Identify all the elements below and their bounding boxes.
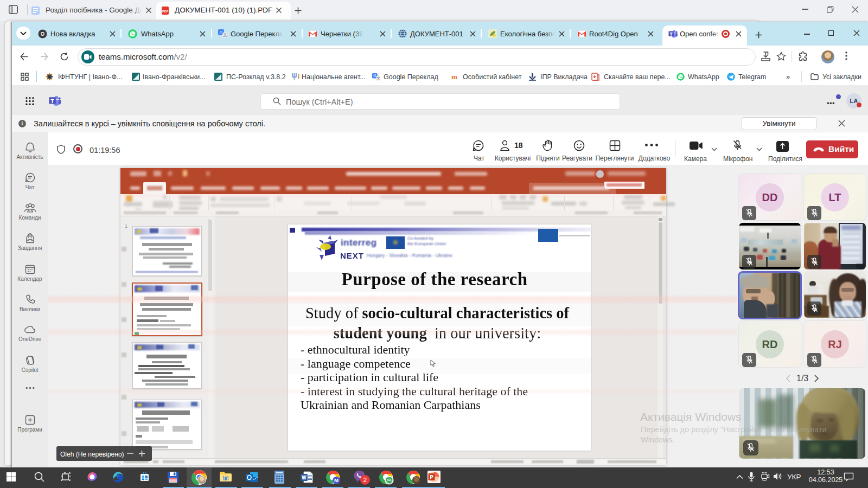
svg-text:PDF: PDF — [162, 10, 169, 13]
svg-text:m: m — [451, 73, 457, 81]
svg-text:文: 文 — [376, 76, 380, 80]
svg-text:文: 文 — [223, 33, 227, 37]
svg-text:G: G — [373, 74, 376, 78]
svg-text:G: G — [219, 30, 222, 35]
